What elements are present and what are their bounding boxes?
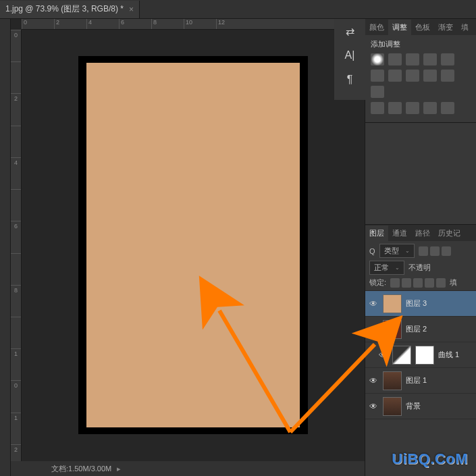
adjustments-title: 添加调整: [371, 39, 471, 49]
status-bar: 文档: 1.50M/3.00M ▸: [11, 461, 365, 476]
adjustments-panel: 添加调整: [365, 35, 476, 123]
left-gutter: [0, 19, 11, 476]
blend-mode-dropdown[interactable]: 正常 ⌄: [369, 261, 404, 275]
layer-name[interactable]: 图层 1: [406, 375, 427, 386]
visibility-icon[interactable]: 👁: [368, 325, 379, 334]
chevron-down-icon: ⌄: [395, 265, 400, 271]
chevron-down-icon: ⌄: [405, 248, 410, 254]
lock-paint-icon[interactable]: [402, 278, 411, 288]
status-arrow-icon[interactable]: ▸: [117, 465, 121, 473]
search-icon: Q: [369, 247, 375, 255]
vertical-ruler[interactable]: 0 2 4 6 8 1 0 1 2: [11, 30, 22, 476]
lock-position-icon[interactable]: [413, 278, 423, 288]
adjustments-tab-bar: 颜色 调整 色板 渐变 填: [365, 19, 476, 35]
gradient-map-icon[interactable]: [423, 102, 437, 114]
visibility-icon[interactable]: 👁: [368, 299, 379, 309]
photo-filter-icon[interactable]: [423, 70, 437, 82]
lock-artboard-icon[interactable]: [425, 278, 434, 288]
bw-icon[interactable]: [406, 70, 419, 82]
posterize-icon[interactable]: [388, 102, 402, 114]
close-tab-icon[interactable]: ×: [129, 5, 134, 14]
exposure-icon[interactable]: [423, 53, 437, 65]
invert-icon[interactable]: [371, 102, 384, 114]
levels-icon[interactable]: [388, 53, 402, 65]
layer-thumbnail[interactable]: [383, 320, 402, 339]
watermark: UiBQ.CoM: [392, 450, 468, 468]
right-panels: 颜色 调整 色板 渐变 填 添加调整: [365, 19, 476, 476]
canvas-area: 0 2 4 6 8 10 12 0 2 4 6 8 1 0: [11, 19, 365, 476]
paragraph-icon[interactable]: ¶: [336, 68, 363, 92]
horizontal-ruler[interactable]: 0 2 4 6 8 10 12: [22, 19, 365, 30]
tab-layers[interactable]: 图层: [365, 226, 388, 241]
lock-label: 锁定:: [369, 277, 386, 288]
layer-thumbnail[interactable]: [383, 294, 402, 313]
tab-color[interactable]: 颜色: [365, 20, 388, 35]
opacity-label: 不透明: [408, 263, 431, 273]
layer-name[interactable]: 图层 3: [406, 298, 427, 309]
curves-icon[interactable]: [406, 53, 419, 65]
layer-mask-thumbnail[interactable]: [415, 346, 434, 365]
tab-channels[interactable]: 通道: [388, 226, 411, 241]
panel-spacer: [365, 123, 476, 224]
filter-adjust-icon[interactable]: [430, 246, 440, 256]
vibrance-icon[interactable]: [441, 53, 454, 65]
character-icon[interactable]: A|: [336, 43, 363, 68]
fill-label: 填: [450, 277, 457, 288]
tab-paths[interactable]: 路径: [411, 226, 434, 241]
channel-mixer-icon[interactable]: [441, 70, 454, 82]
layer-name[interactable]: 图层 2: [406, 324, 427, 334]
balance-icon[interactable]: [388, 70, 402, 82]
hue-icon[interactable]: [371, 70, 384, 82]
tab-swatches[interactable]: 色板: [411, 20, 434, 35]
artboard: [78, 56, 308, 434]
layers-tab-bar: 图层 通道 路径 历史记: [365, 225, 476, 241]
canvas-fill: [86, 63, 300, 427]
brightness-icon[interactable]: [371, 53, 384, 65]
selective-color-icon[interactable]: [441, 102, 454, 114]
tab-gradients[interactable]: 渐变: [434, 20, 457, 35]
document-tab-bar: 1.jpg @ 73.9% (图层 3, RGB/8) * ×: [0, 0, 476, 19]
layer-controls: Q 类型 ⌄ 正常 ⌄: [365, 241, 476, 291]
document-tab[interactable]: 1.jpg @ 73.9% (图层 3, RGB/8) * ×: [0, 1, 140, 18]
layer-thumbnail[interactable]: [383, 371, 402, 390]
document-title: 1.jpg @ 73.9% (图层 3, RGB/8) *: [5, 3, 124, 15]
layer-list: 👁 图层 3 👁 图层 2 👁 曲线 1: [365, 291, 476, 476]
layer-thumbnail[interactable]: [383, 397, 402, 416]
visibility-icon[interactable]: 👁: [368, 376, 379, 386]
tab-adjustments[interactable]: 调整: [388, 20, 411, 35]
canvas-viewport[interactable]: [22, 30, 365, 460]
layer-item[interactable]: 👁 图层 1: [365, 368, 476, 394]
status-label: 文档:: [51, 464, 68, 474]
layer-name[interactable]: 背景: [406, 401, 421, 411]
filter-pixel-icon[interactable]: [419, 246, 428, 256]
layer-item[interactable]: 👁 曲线 1: [365, 342, 476, 368]
tab-fill[interactable]: 填: [457, 20, 473, 35]
lock-transparent-icon[interactable]: [390, 278, 400, 288]
filter-type-icon[interactable]: [442, 246, 451, 256]
lock-all-icon[interactable]: [436, 278, 446, 288]
layer-item[interactable]: 👁 背景: [365, 394, 476, 419]
layer-item[interactable]: 👁 图层 2: [365, 317, 476, 342]
visibility-icon[interactable]: 👁: [377, 350, 388, 360]
properties-icon[interactable]: ⇄: [336, 19, 363, 43]
color-lookup-icon[interactable]: [371, 86, 384, 98]
layer-item[interactable]: 👁 图层 3: [365, 291, 476, 317]
threshold-icon[interactable]: [406, 102, 419, 114]
layer-name[interactable]: 曲线 1: [438, 350, 459, 360]
visibility-icon[interactable]: 👁: [368, 402, 379, 411]
layers-panel: 图层 通道 路径 历史记 Q 类型 ⌄: [365, 224, 476, 476]
collapsed-panel-dock: ⇄ A| ¶: [334, 19, 365, 100]
filter-type-dropdown[interactable]: 类型 ⌄: [379, 244, 415, 258]
status-value: 1.50M/3.00M: [68, 465, 111, 473]
layer-thumbnail[interactable]: [392, 346, 411, 365]
tab-history[interactable]: 历史记: [434, 226, 465, 241]
